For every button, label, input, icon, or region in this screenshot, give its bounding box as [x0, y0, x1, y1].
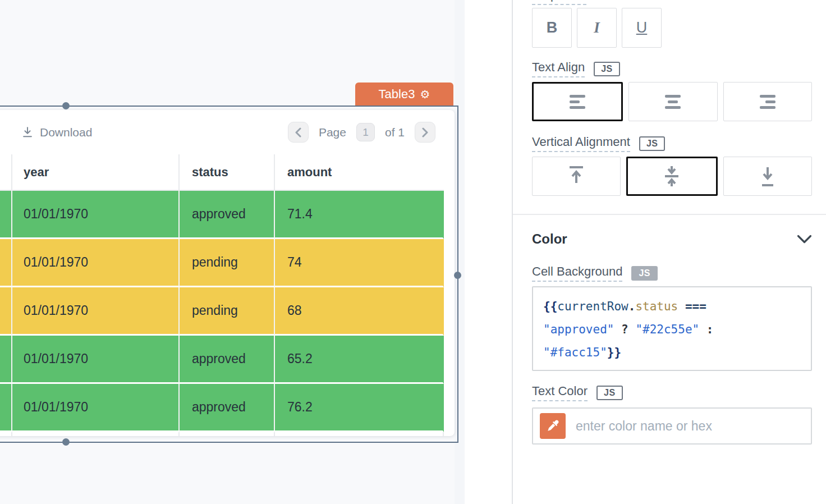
emphasis-label: Emphasis — [532, 0, 586, 5]
table-cell[interactable]: 01/01/1970 — [12, 239, 180, 287]
download-icon — [21, 126, 34, 139]
table-cell[interactable]: 76.2 — [275, 384, 444, 432]
valign-middle-icon — [661, 165, 682, 187]
table-cell[interactable] — [0, 384, 12, 432]
color-section-title: Color — [532, 231, 567, 247]
table-cell[interactable] — [0, 287, 12, 336]
component-tab-label: Table3 — [379, 87, 415, 102]
table-cell[interactable]: 74 — [275, 239, 444, 287]
selection-handle-right[interactable] — [454, 272, 461, 279]
table-cell[interactable]: 65.2 — [275, 336, 444, 384]
align-right-icon — [760, 95, 775, 109]
gear-icon[interactable]: ⚙︎ — [420, 89, 430, 100]
table-cell[interactable]: 01/01/1970 — [12, 287, 180, 336]
align-left-icon — [570, 95, 585, 109]
valign-top-icon — [566, 165, 587, 187]
vertical-alignment-row: Vertical Alignment JS — [532, 135, 812, 152]
header-cell-status[interactable]: status — [180, 154, 275, 191]
table-body: 01/01/1970approved71.401/01/1970pending7… — [0, 191, 455, 432]
table-cell[interactable]: 01/01/1970 — [12, 384, 180, 432]
table-row[interactable]: 01/01/1970pending68 — [0, 287, 455, 336]
table-cell[interactable]: 01/01/1970 — [12, 191, 180, 239]
table-cell[interactable] — [0, 239, 12, 287]
align-center-button[interactable] — [628, 82, 717, 121]
table-cell[interactable] — [0, 336, 12, 384]
table-cell[interactable]: 01/01/1970 — [12, 336, 180, 384]
valign-top-button[interactable] — [532, 157, 621, 196]
vertical-alignment-buttons — [532, 157, 812, 196]
text-color-js-badge[interactable]: JS — [596, 386, 623, 400]
page-total-label: of 1 — [385, 126, 405, 139]
header-cell-amount[interactable]: amount — [275, 154, 444, 191]
cell-background-label: Cell Background — [532, 264, 622, 282]
section-divider — [513, 214, 826, 215]
eyedropper-icon — [545, 419, 560, 433]
bold-button[interactable]: B — [532, 8, 572, 48]
text-align-buttons — [532, 82, 812, 121]
table-row[interactable]: 01/01/1970approved71.4 — [0, 191, 455, 239]
table-cell[interactable]: approved — [180, 384, 275, 432]
table-cell[interactable]: pending — [180, 287, 275, 336]
cell-background-row: Cell Background JS — [532, 264, 812, 282]
header-cell-year[interactable]: year — [12, 154, 180, 191]
text-color-input-wrapper — [532, 407, 812, 445]
code-line: "approved" ? "#22c55e" : — [543, 318, 801, 341]
text-align-label: Text Align — [532, 60, 585, 77]
align-right-button[interactable] — [723, 82, 812, 121]
color-section-header[interactable]: Color — [532, 231, 812, 247]
inspector-panel: Emphasis JS B I U Text Align JS Vertical… — [512, 0, 826, 504]
table-card: Download Page of 1 year status amount 01… — [0, 110, 455, 436]
table-toolbar: Download Page of 1 — [0, 110, 455, 154]
page-label: Page — [319, 126, 346, 139]
next-page-button[interactable] — [415, 122, 435, 143]
text-color-input[interactable] — [576, 419, 804, 434]
selection-handle-bottom[interactable] — [62, 438, 70, 446]
table-header: year status amount — [0, 154, 455, 191]
table-cell[interactable]: approved — [180, 191, 275, 239]
cell-background-code-editor[interactable]: {{currentRow.status ==="approved" ? "#22… — [532, 286, 812, 371]
table-row[interactable]: 01/01/1970approved76.2 — [0, 384, 455, 432]
prev-page-button[interactable] — [288, 122, 309, 143]
text-align-js-badge[interactable]: JS — [594, 62, 620, 76]
collapse-chevron-icon[interactable] — [797, 235, 812, 244]
underline-button[interactable]: U — [622, 8, 662, 48]
table-row[interactable]: 01/01/1970pending74 — [0, 239, 455, 287]
emphasis-buttons: B I U — [532, 8, 812, 48]
align-center-icon — [665, 95, 681, 109]
header-cell-spacer — [0, 154, 12, 191]
table-cell[interactable]: 68 — [275, 287, 444, 336]
canvas-scroll-gutter — [455, 0, 465, 504]
cell-background-js-badge[interactable]: JS — [631, 266, 658, 281]
emphasis-section: Emphasis JS — [532, 0, 812, 5]
italic-button[interactable]: I — [577, 8, 617, 48]
table-cell[interactable] — [0, 191, 12, 239]
page-number-input[interactable] — [356, 123, 375, 141]
text-align-row: Text Align JS — [532, 60, 812, 77]
download-label: Download — [40, 126, 92, 139]
valign-bottom-button[interactable] — [723, 157, 812, 196]
download-button[interactable]: Download — [21, 126, 92, 139]
table-row[interactable]: 01/01/1970approved65.2 — [0, 336, 455, 384]
editor-gap — [465, 0, 512, 504]
text-color-label: Text Color — [532, 384, 588, 401]
vertical-alignment-js-badge[interactable]: JS — [639, 136, 666, 151]
chevron-right-icon — [422, 127, 429, 138]
valign-bottom-icon — [757, 165, 778, 187]
table-row-partial — [0, 432, 455, 436]
vertical-alignment-label: Vertical Alignment — [532, 135, 630, 152]
table-cell[interactable]: approved — [180, 336, 275, 384]
code-line: "#facc15"}} — [543, 341, 801, 364]
table-cell[interactable]: 71.4 — [275, 191, 444, 239]
align-left-button[interactable] — [532, 82, 623, 121]
valign-middle-button[interactable] — [626, 157, 717, 196]
component-tab-table3[interactable]: Table3 ⚙︎ — [355, 83, 453, 106]
selection-handle-top[interactable] — [62, 102, 70, 109]
pagination: Page of 1 — [288, 122, 435, 143]
color-swatch-button[interactable] — [540, 413, 566, 439]
table-cell[interactable]: pending — [180, 239, 275, 287]
code-line: {{currentRow.status === — [543, 295, 801, 318]
text-color-row: Text Color JS — [532, 384, 812, 401]
chevron-left-icon — [295, 127, 301, 138]
